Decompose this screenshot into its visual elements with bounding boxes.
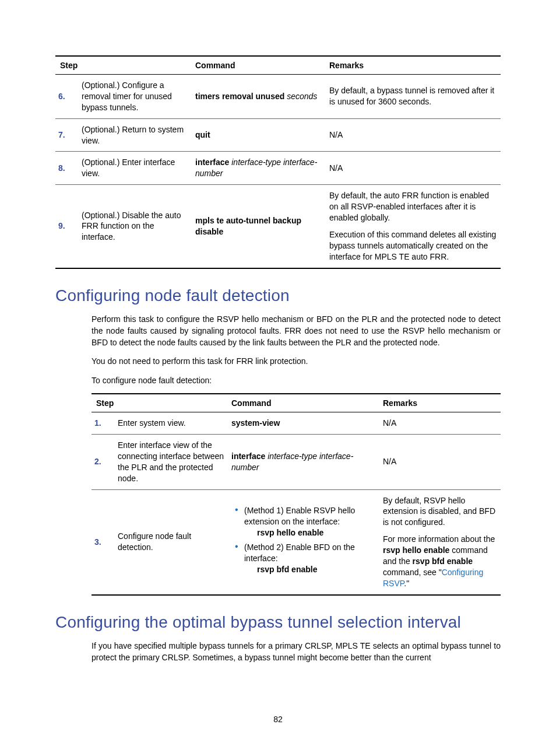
table-row: 3. Configure node fault detection. (Meth… <box>92 489 501 595</box>
step-number: 6. <box>55 75 79 119</box>
table-row: 9. (Optional.) Disable the auto FRR func… <box>55 185 501 268</box>
command-text: interface interface-type interface-numbe… <box>228 434 380 489</box>
step-number: 7. <box>55 118 79 152</box>
remarks-text: By default, the auto FRR function is ena… <box>326 185 501 268</box>
table-row: 7. (Optional.) Return to system view. qu… <box>55 118 501 152</box>
table-node-fault-steps: Step Command Remarks 1. Enter system vie… <box>92 393 501 596</box>
step-number: 1. <box>92 412 115 435</box>
command-text: mpls te auto-tunnel backup disable <box>192 185 326 268</box>
remarks-text: N/A <box>380 434 501 489</box>
step-text: Enter system view. <box>115 412 228 435</box>
remarks-text: By default, RSVP hello extension is disa… <box>380 489 501 595</box>
step-number: 3. <box>92 489 115 595</box>
remarks-text: By default, a bypass tunnel is removed a… <box>326 75 501 119</box>
paragraph: You do not need to perform this task for… <box>92 355 501 367</box>
step-text: (Optional.) Disable the auto FRR functio… <box>79 185 192 268</box>
command-text: system-view <box>228 412 380 435</box>
step-text: (Optional.) Enter interface view. <box>79 152 192 185</box>
step-number: 9. <box>55 185 79 268</box>
col-header-command: Command <box>228 394 380 412</box>
col-header-remarks: Remarks <box>380 394 501 412</box>
col-header-step: Step <box>92 394 228 412</box>
paragraph: To configure node fault detection: <box>92 374 501 386</box>
section-heading-bypass-interval: Configuring the optimal bypass tunnel se… <box>55 613 501 632</box>
step-text: (Optional.) Configure a removal timer fo… <box>79 75 192 119</box>
command-text: interface interface-type interface-numbe… <box>192 152 326 185</box>
command-text: (Method 1) Enable RSVP hello extension o… <box>228 489 380 595</box>
step-number: 8. <box>55 152 79 185</box>
method-item: (Method 2) Enable BFD on the interface: … <box>231 542 377 575</box>
table-row: 1. Enter system view. system-view N/A <box>92 412 501 435</box>
remarks-text: N/A <box>326 118 501 152</box>
step-text: Configure node fault detection. <box>115 489 228 595</box>
step-number: 2. <box>92 434 115 489</box>
col-header-step: Step <box>55 56 192 75</box>
paragraph: Perform this task to configure the RSVP … <box>92 313 501 349</box>
method-item: (Method 1) Enable RSVP hello extension o… <box>231 505 377 538</box>
col-header-remarks: Remarks <box>326 56 501 75</box>
remarks-text: N/A <box>380 412 501 435</box>
col-header-command: Command <box>192 56 326 75</box>
command-text: timers removal unused seconds <box>192 75 326 119</box>
table-row: 2. Enter interface view of the connectin… <box>92 434 501 489</box>
section-heading-node-fault: Configuring node fault detection <box>55 286 501 305</box>
table-row: 6. (Optional.) Configure a removal timer… <box>55 75 501 119</box>
remarks-text: N/A <box>326 152 501 185</box>
step-text: (Optional.) Return to system view. <box>79 118 192 152</box>
table-auto-frr-steps: Step Command Remarks 6. (Optional.) Conf… <box>55 55 501 269</box>
page-number: 82 <box>0 715 556 724</box>
paragraph: If you have specified multiple bypass tu… <box>92 640 501 664</box>
table-row: 8. (Optional.) Enter interface view. int… <box>55 152 501 185</box>
command-text: quit <box>192 118 326 152</box>
step-text: Enter interface view of the connecting i… <box>115 434 228 489</box>
